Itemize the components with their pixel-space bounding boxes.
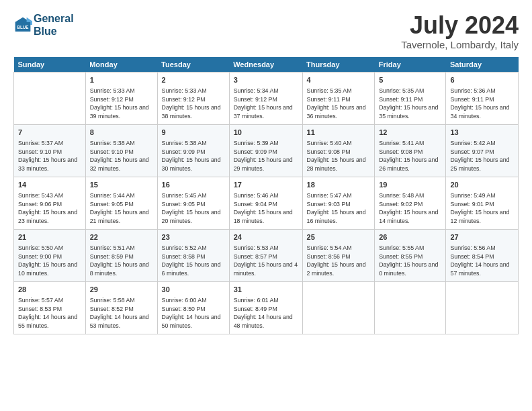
day-cell: 4Sunrise: 5:35 AMSunset: 9:11 PMDaylight… [302,72,375,124]
day-info: Sunrise: 5:33 AMSunset: 9:12 PMDaylight:… [90,87,153,121]
day-number: 9 [162,128,225,138]
week-row-4: 21Sunrise: 5:50 AMSunset: 9:00 PMDayligh… [14,229,519,281]
day-info: Sunrise: 5:33 AMSunset: 9:12 PMDaylight:… [162,87,225,121]
day-number: 21 [18,232,81,242]
day-cell: 15Sunrise: 5:44 AMSunset: 9:05 PMDayligh… [85,177,157,229]
day-info: Sunrise: 5:37 AMSunset: 9:10 PMDaylight:… [18,139,81,173]
day-info: Sunrise: 5:41 AMSunset: 9:08 PMDaylight:… [379,139,441,173]
day-cell: 22Sunrise: 5:51 AMSunset: 8:59 PMDayligh… [85,229,157,281]
day-cell: 11Sunrise: 5:40 AMSunset: 9:08 PMDayligh… [302,124,375,177]
day-info: Sunrise: 5:35 AMSunset: 9:11 PMDaylight:… [379,87,441,121]
day-info: Sunrise: 5:44 AMSunset: 9:05 PMDaylight:… [90,191,153,226]
day-cell: 23Sunrise: 5:52 AMSunset: 8:58 PMDayligh… [157,229,229,281]
day-info: Sunrise: 5:52 AMSunset: 8:58 PMDaylight:… [162,244,225,278]
day-cell: 2Sunrise: 5:33 AMSunset: 9:12 PMDaylight… [157,72,229,124]
day-number: 10 [234,128,298,138]
day-cell: 1Sunrise: 5:33 AMSunset: 9:12 PMDaylight… [85,72,157,124]
day-info: Sunrise: 5:56 AMSunset: 8:54 PMDaylight:… [450,244,514,278]
header: BLUE General Blue July 2024 Tavernole, L… [13,12,519,50]
day-number: 2 [162,75,225,85]
day-number: 26 [379,232,441,242]
day-number: 27 [450,232,514,242]
day-info: Sunrise: 5:34 AMSunset: 9:12 PMDaylight:… [234,87,298,121]
day-info: Sunrise: 5:39 AMSunset: 9:09 PMDaylight:… [234,139,298,173]
day-info: Sunrise: 5:43 AMSunset: 9:06 PMDaylight:… [18,191,81,226]
day-cell: 12Sunrise: 5:41 AMSunset: 9:08 PMDayligh… [375,124,446,177]
day-cell: 7Sunrise: 5:37 AMSunset: 9:10 PMDaylight… [14,124,86,177]
day-cell: 8Sunrise: 5:38 AMSunset: 9:10 PMDaylight… [85,124,157,177]
day-cell: 27Sunrise: 5:56 AMSunset: 8:54 PMDayligh… [446,229,519,281]
day-number: 15 [90,180,153,190]
day-cell: 26Sunrise: 5:55 AMSunset: 8:55 PMDayligh… [375,229,446,281]
day-cell: 10Sunrise: 5:39 AMSunset: 9:09 PMDayligh… [229,124,302,177]
day-cell [375,281,446,334]
week-row-1: 1Sunrise: 5:33 AMSunset: 9:12 PMDaylight… [14,72,519,124]
col-monday: Monday [85,57,157,73]
day-cell: 25Sunrise: 5:54 AMSunset: 8:56 PMDayligh… [302,229,375,281]
day-info: Sunrise: 5:40 AMSunset: 9:08 PMDaylight:… [307,139,371,173]
day-cell: 17Sunrise: 5:46 AMSunset: 9:04 PMDayligh… [229,177,302,229]
day-info: Sunrise: 5:49 AMSunset: 9:01 PMDaylight:… [450,191,514,226]
day-info: Sunrise: 5:55 AMSunset: 8:55 PMDaylight:… [379,244,441,278]
day-number: 23 [162,232,225,242]
day-info: Sunrise: 5:57 AMSunset: 8:53 PMDaylight:… [18,296,81,330]
day-number: 17 [234,180,298,190]
location: Tavernole, Lombardy, Italy [401,39,519,50]
day-number: 19 [379,180,441,190]
day-number: 22 [90,232,153,242]
logo: BLUE General Blue [13,12,74,38]
day-number: 18 [307,180,371,190]
day-number: 24 [234,232,298,242]
day-cell: 21Sunrise: 5:50 AMSunset: 9:00 PMDayligh… [14,229,86,281]
day-cell: 9Sunrise: 5:38 AMSunset: 9:09 PMDaylight… [157,124,229,177]
day-cell: 31Sunrise: 6:01 AMSunset: 8:49 PMDayligh… [229,281,302,334]
logo-text: General Blue [34,12,74,38]
day-number: 6 [450,75,514,85]
day-info: Sunrise: 5:51 AMSunset: 8:59 PMDaylight:… [90,244,153,278]
month-title: July 2024 [401,12,519,39]
page: BLUE General Blue July 2024 Tavernole, L… [0,0,532,411]
week-row-2: 7Sunrise: 5:37 AMSunset: 9:10 PMDaylight… [14,124,519,177]
day-cell: 19Sunrise: 5:48 AMSunset: 9:02 PMDayligh… [375,177,446,229]
col-friday: Friday [375,57,446,73]
day-number: 30 [162,285,225,295]
day-number: 3 [234,75,298,85]
day-info: Sunrise: 5:58 AMSunset: 8:52 PMDaylight:… [90,296,153,330]
day-info: Sunrise: 6:01 AMSunset: 8:49 PMDaylight:… [234,296,298,330]
day-number: 31 [234,285,298,295]
week-row-5: 28Sunrise: 5:57 AMSunset: 8:53 PMDayligh… [14,281,519,334]
day-info: Sunrise: 5:35 AMSunset: 9:11 PMDaylight:… [307,87,371,121]
day-info: Sunrise: 6:00 AMSunset: 8:50 PMDaylight:… [162,296,225,330]
day-info: Sunrise: 5:54 AMSunset: 8:56 PMDaylight:… [307,244,371,278]
day-cell [302,281,375,334]
day-info: Sunrise: 5:45 AMSunset: 9:05 PMDaylight:… [162,191,225,226]
day-cell: 24Sunrise: 5:53 AMSunset: 8:57 PMDayligh… [229,229,302,281]
day-info: Sunrise: 5:36 AMSunset: 9:11 PMDaylight:… [450,87,514,121]
col-sunday: Sunday [14,57,86,73]
day-cell: 5Sunrise: 5:35 AMSunset: 9:11 PMDaylight… [375,72,446,124]
day-cell: 29Sunrise: 5:58 AMSunset: 8:52 PMDayligh… [85,281,157,334]
day-cell: 3Sunrise: 5:34 AMSunset: 9:12 PMDaylight… [229,72,302,124]
day-number: 11 [307,128,371,138]
day-number: 16 [162,180,225,190]
day-number: 25 [307,232,371,242]
day-info: Sunrise: 5:53 AMSunset: 8:57 PMDaylight:… [234,244,298,278]
day-cell: 30Sunrise: 6:00 AMSunset: 8:50 PMDayligh… [157,281,229,334]
day-info: Sunrise: 5:38 AMSunset: 9:09 PMDaylight:… [162,139,225,173]
title-block: July 2024 Tavernole, Lombardy, Italy [401,12,519,50]
day-cell [446,281,519,334]
day-number: 12 [379,128,441,138]
day-cell: 20Sunrise: 5:49 AMSunset: 9:01 PMDayligh… [446,177,519,229]
svg-text:BLUE: BLUE [17,25,28,30]
col-wednesday: Wednesday [229,57,302,73]
day-number: 7 [18,128,81,138]
day-cell: 13Sunrise: 5:42 AMSunset: 9:07 PMDayligh… [446,124,519,177]
day-number: 13 [450,128,514,138]
day-info: Sunrise: 5:38 AMSunset: 9:10 PMDaylight:… [90,139,153,173]
day-info: Sunrise: 5:50 AMSunset: 9:00 PMDaylight:… [18,244,81,278]
col-thursday: Thursday [302,57,375,73]
day-info: Sunrise: 5:42 AMSunset: 9:07 PMDaylight:… [450,139,514,173]
day-info: Sunrise: 5:46 AMSunset: 9:04 PMDaylight:… [234,191,298,226]
day-info: Sunrise: 5:48 AMSunset: 9:02 PMDaylight:… [379,191,441,226]
logo-line2: Blue [34,25,74,38]
